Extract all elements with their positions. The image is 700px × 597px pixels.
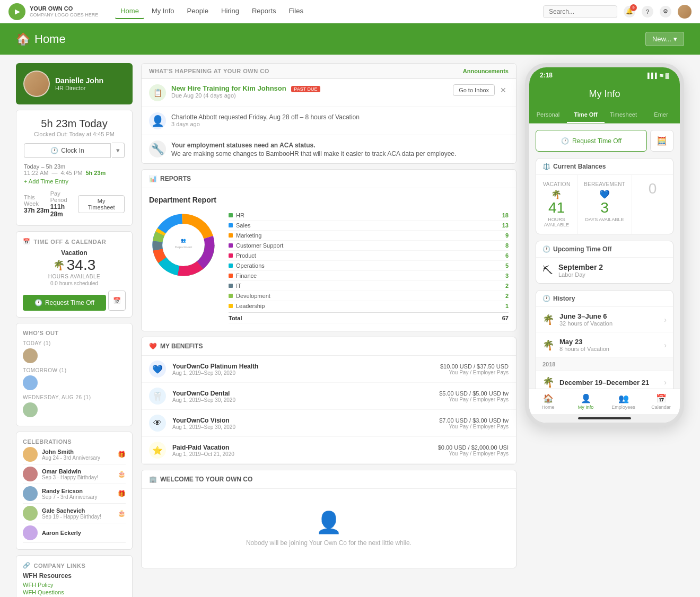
announcement-text-2: Charlotte Abbott requested Friday, Aug 2… (171, 113, 509, 121)
company-name: YOUR OWN CO (30, 5, 98, 12)
my-timesheet-button[interactable]: My Timesheet (78, 195, 125, 213)
phone-status-bar: 2:18 ▐▐▐ ≋ ▓ (529, 67, 680, 83)
announcement-content-1: New Hire Training for Kim Johnson PAST D… (171, 84, 448, 99)
nav-item-hiring[interactable]: Hiring (216, 4, 244, 19)
wfh-questions-link[interactable]: WFH Questions (23, 589, 126, 596)
benefit-vacation-cost: $0.00 USD / $2,000.00 USI You Pay / Empl… (438, 444, 509, 456)
history-item-june[interactable]: 🌴 June 3–June 6 32 hours of Vacation › (536, 307, 673, 332)
tab-personal[interactable]: Personal (529, 107, 567, 123)
phone-content: 🕐 Request Time Off 🧮 ⚖️ Current Balances… (529, 124, 680, 389)
tomorrow-label: TOMORROW (1) (23, 367, 126, 373)
vacation-hours-number: 34.3 (67, 257, 96, 274)
clock-dropdown-button[interactable]: ▾ (112, 143, 125, 158)
tab-timesheet[interactable]: Timesheet (605, 107, 642, 123)
clock-in-button[interactable]: 🕐 Clock In (24, 143, 111, 158)
time-off-actions: 🕐 Request Time Off 📅 (23, 291, 126, 311)
upcoming-time-off-section: 🕐 Upcoming Time Off ⛏ September 2 Labor … (536, 241, 673, 284)
celebrations-section: Celebrations John Smith Aug 24 - 3rd Ann… (16, 432, 133, 550)
nav-item-files[interactable]: Files (284, 4, 309, 19)
nav-menu: Home My Info People Hiring Reports Files (115, 4, 309, 19)
wfh-policy-link[interactable]: WFH Policy (23, 581, 126, 589)
phone-nav-home[interactable]: 🏠 Home (529, 389, 567, 414)
user-avatar-nav[interactable] (678, 5, 692, 19)
phone-nav-myinfo[interactable]: 👤 My Info (567, 389, 605, 414)
signal-icon: ▐▐▐ (645, 73, 657, 78)
reports-icon: 📊 (149, 175, 157, 182)
vacation-label: Vacation (23, 249, 126, 257)
announcement-link-1[interactable]: New Hire Training for Kim Johnson (171, 84, 286, 92)
cake-icon: 🎂 (118, 470, 126, 478)
marketing-color (229, 233, 233, 238)
request-time-off-button[interactable]: 🕐 Request Time Off (23, 295, 106, 311)
phone-request-time-off-button[interactable]: 🕐 Request Time Off (536, 130, 647, 152)
tab-time-off[interactable]: Time Off (567, 107, 605, 123)
history-item-may[interactable]: 🌴 May 23 8 hours of Vacation › (536, 332, 673, 358)
person-avatar-3 (23, 402, 38, 417)
phone-calendar-icon: 📅 (644, 393, 678, 403)
year-2018-label: 2018 (536, 358, 673, 371)
person-avatar (23, 348, 38, 363)
search-input[interactable] (543, 5, 617, 18)
celebrant-avatar-2 (23, 467, 38, 481)
nav-item-people[interactable]: People (182, 4, 214, 19)
add-time-entry-link[interactable]: + Add Time Entry (24, 178, 68, 185)
phone-nav-employees[interactable]: 👥 Employees (605, 389, 642, 414)
close-announcement-button[interactable]: ✕ (498, 86, 509, 94)
legend-product: Product 6 (229, 251, 509, 261)
sales-color (229, 223, 233, 227)
whos-out-header: Who's Out (23, 330, 126, 336)
phone-status-icons: ▐▐▐ ≋ ▓ (645, 73, 669, 78)
tab-emer[interactable]: Emer (642, 107, 680, 123)
settings-icon[interactable]: ⚙ (660, 6, 671, 17)
celebrant-info: John Smith Aug 24 - 3rd Anniversary (42, 449, 100, 461)
dept-donut-chart: 👥 Department (149, 210, 218, 279)
benefits-header: ❤️ MY BENEFITS (142, 337, 516, 356)
ops-color (229, 264, 233, 268)
time-detail: Today – 5h 23m 11:22 AM — 4:45 PM 5h 23m… (24, 163, 125, 185)
heart-icon: ❤️ (149, 343, 157, 350)
announcement-item-2: 👤 Charlotte Abbott requested Friday, Aug… (142, 107, 516, 135)
benefit-vision-info: YourOwnCo Vision Aug 1, 2019–Sep 30, 202… (172, 417, 235, 430)
calculator-button[interactable]: 🧮 (650, 130, 673, 152)
nav-item-myinfo[interactable]: My Info (146, 4, 180, 19)
company-links-section: 🔗 COMPANY LINKS WFH Resources WFH Policy… (16, 555, 133, 597)
benefit-vacation-info: Paid-Paid Vacation Aug 1, 2019–Oct 21, 2… (172, 444, 234, 457)
vacation-balance-icon: 🌴 (542, 189, 571, 199)
history-header: 🕐 History (536, 291, 673, 307)
leader-color (229, 304, 233, 308)
celebrant-avatar (23, 447, 38, 462)
notifications-icon[interactable]: 🔔 9 (624, 6, 635, 17)
vacation-scheduled: 0.0 hours scheduled (23, 280, 126, 286)
celebrant-info-4: Gale Sachevich Sep 19 - Happy Birthday! (42, 507, 101, 520)
legend-sales: Sales 13 (229, 221, 509, 231)
logo[interactable]: ▶ YOUR OWN CO COMPANY LOGO GOES HERE (8, 3, 98, 20)
help-icon[interactable]: ? (642, 6, 653, 17)
dept-legend: HR 18 Sales 13 Marketing 9 (229, 210, 509, 323)
celebration-item: John Smith Aug 24 - 3rd Anniversary 🎁 (23, 445, 126, 464)
user-avatar (23, 71, 50, 97)
calendar-button[interactable]: 📅 (108, 291, 126, 311)
benefit-item-vacation: ⭐ Paid-Paid Vacation Aug 1, 2019–Oct 21,… (142, 437, 516, 464)
clock-icon: 🕐 (50, 147, 58, 154)
dept-report-title: Department Report (149, 196, 509, 204)
phone-nav-calendar[interactable]: 📅 Calendar (642, 389, 680, 414)
goto-inbox-button[interactable]: Go to Inbox (453, 84, 495, 96)
nav-item-home[interactable]: Home (115, 4, 144, 19)
celebrant-info-5: Aaron Eckerly (42, 530, 81, 536)
vacation-balance-number: 41 (542, 200, 571, 215)
benefit-vision-cost: $7.00 USD / $3.00 USD tw You Pay / Emplo… (439, 417, 509, 429)
benefit-dental-cost: $5.00 USD / $5.00 USD tw You Pay / Emplo… (439, 390, 509, 402)
dental-icon: 🦷 (149, 388, 166, 405)
welcome-body: 👤 Nobody will be joining Your Own Co for… (142, 489, 516, 568)
announcements-label[interactable]: Announcements (463, 68, 509, 74)
nav-item-reports[interactable]: Reports (247, 4, 282, 19)
new-button[interactable]: New... ▾ (645, 32, 684, 46)
history-item-dec[interactable]: 🌴 December 19–December 21 › (536, 371, 673, 389)
history-may-info: May 23 8 hours of Vacation (559, 338, 659, 352)
announcement-content-2: Charlotte Abbott requested Friday, Aug 2… (171, 112, 509, 127)
chevron-down-icon: ▾ (673, 35, 677, 43)
phone-home-icon: 🏠 (531, 393, 565, 403)
svg-text:Department: Department (175, 245, 192, 249)
announcement-item-3: 🔧 Your employment statuses need an ACA s… (142, 135, 516, 163)
donut-svg: 👥 Department (149, 210, 218, 279)
